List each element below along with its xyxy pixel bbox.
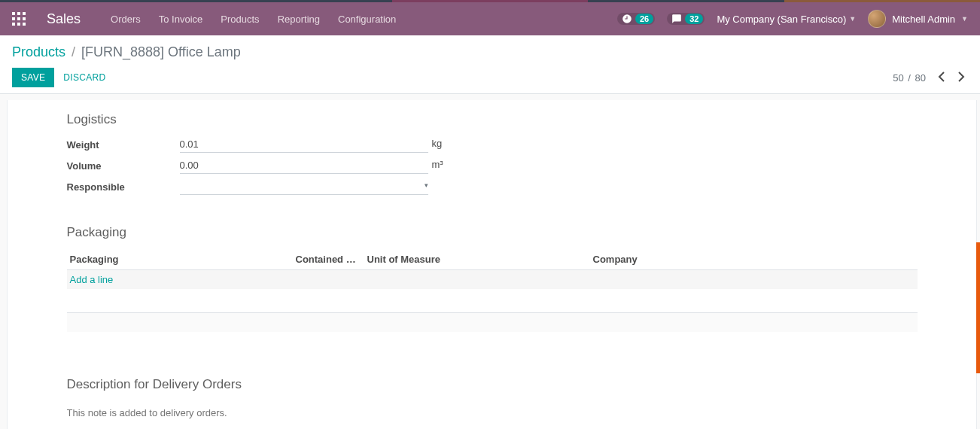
activity-count: 26 <box>635 14 653 24</box>
packaging-footer <box>67 312 918 332</box>
control-bar: Products / [FURN_8888] Office Lamp SAVE … <box>0 35 980 94</box>
breadcrumb-products[interactable]: Products <box>12 44 65 60</box>
nav-to-invoice[interactable]: To Invoice <box>159 14 203 25</box>
col-contained: Contained … <box>296 254 367 265</box>
volume-input[interactable] <box>180 157 428 174</box>
form-main: Logistics Weight kg Volume m³ Responsibl… <box>7 100 977 429</box>
nav-configuration[interactable]: Configuration <box>338 14 396 25</box>
nav-reporting[interactable]: Reporting <box>278 14 320 25</box>
message-count: 32 <box>685 14 703 24</box>
chevron-down-icon: ▼ <box>849 15 856 23</box>
user-name: Mitchell Admin <box>892 14 955 25</box>
responsible-input[interactable] <box>180 178 428 195</box>
pager-prev[interactable] <box>935 70 948 86</box>
weight-input[interactable] <box>180 136 428 153</box>
col-company: Company <box>593 254 915 265</box>
weight-unit: kg <box>432 138 443 149</box>
app-name[interactable]: Sales <box>47 11 81 27</box>
apps-icon[interactable] <box>12 12 26 26</box>
company-name: My Company (San Francisco) <box>717 14 846 25</box>
company-selector[interactable]: My Company (San Francisco) ▼ <box>717 14 856 25</box>
nav-products[interactable]: Products <box>221 14 259 25</box>
logistics-section: Logistics Weight kg Volume m³ Responsibl… <box>67 112 918 195</box>
responsible-label: Responsible <box>67 181 180 193</box>
chat-icon <box>671 14 682 24</box>
actions-row: SAVE DISCARD 50 / 80 <box>12 68 968 87</box>
chevron-down-icon: ▼ <box>961 15 968 23</box>
packaging-title: Packaging <box>67 225 918 240</box>
scrollbar-thumb[interactable] <box>976 242 980 373</box>
logistics-title: Logistics <box>67 112 918 127</box>
activity-indicator[interactable]: 26 <box>617 13 655 25</box>
breadcrumb-sep: / <box>72 44 75 60</box>
add-line-row: Add a line <box>67 270 918 289</box>
col-packaging: Packaging <box>70 254 296 265</box>
user-menu[interactable]: Mitchell Admin ▼ <box>868 10 968 28</box>
packaging-section: Packaging Packaging Contained … Unit of … <box>67 225 918 332</box>
chevron-right-icon <box>957 72 965 82</box>
chevron-left-icon <box>938 72 945 82</box>
pager-next[interactable] <box>954 70 968 86</box>
breadcrumb-current: [FURN_8888] Office Lamp <box>81 44 241 60</box>
message-indicator[interactable]: 32 <box>667 13 705 25</box>
col-uom: Unit of Measure <box>367 254 593 265</box>
volume-label: Volume <box>67 160 180 172</box>
weight-label: Weight <box>67 139 180 151</box>
nav-menu: Orders To Invoice Products Reporting Con… <box>111 14 617 25</box>
discard-button[interactable]: DISCARD <box>63 72 105 83</box>
avatar <box>868 10 886 28</box>
breadcrumb: Products / [FURN_8888] Office Lamp <box>12 44 968 60</box>
clock-icon <box>622 14 632 24</box>
add-line-link[interactable]: Add a line <box>70 274 114 285</box>
pager: 50 / 80 <box>893 70 968 86</box>
pager-text: 50 / 80 <box>893 72 926 84</box>
delivery-desc-section: Description for Delivery Orders <box>67 377 918 418</box>
nav-right: 26 32 My Company (San Francisco) ▼ Mitch… <box>617 10 968 28</box>
delivery-desc-title: Description for Delivery Orders <box>67 377 918 392</box>
main-navbar: Sales Orders To Invoice Products Reporti… <box>0 2 980 35</box>
nav-orders[interactable]: Orders <box>111 14 141 25</box>
packaging-table: Packaging Contained … Unit of Measure Co… <box>67 249 918 332</box>
volume-unit: m³ <box>432 159 443 170</box>
delivery-desc-input[interactable] <box>67 407 918 418</box>
save-button[interactable]: SAVE <box>12 68 54 87</box>
